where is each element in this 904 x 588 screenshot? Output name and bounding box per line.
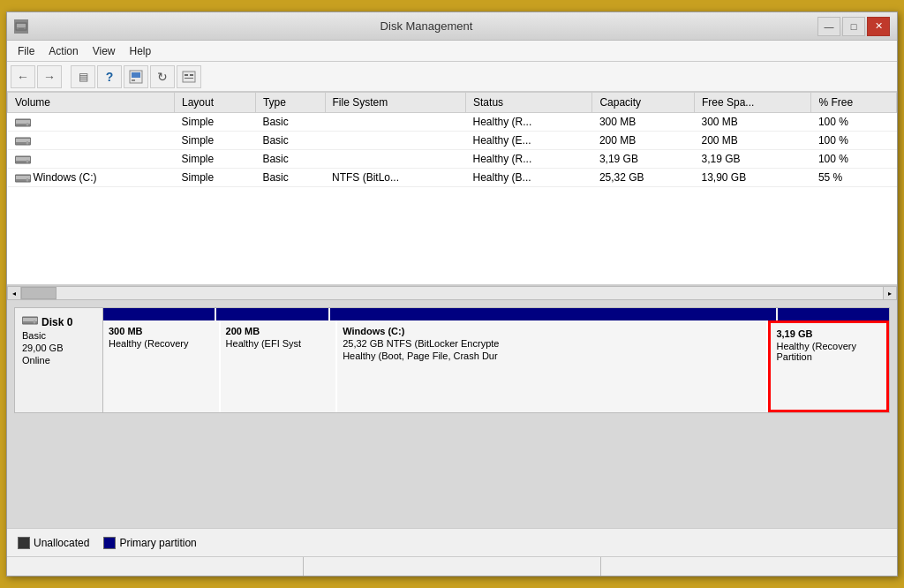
cell-status: Healthy (R... (466, 113, 592, 132)
partition-2[interactable]: 200 MB Healthy (EFI Syst (221, 320, 338, 412)
properties-button[interactable] (124, 65, 148, 88)
cell-type: Basic (255, 169, 325, 187)
partition-header-2 (216, 308, 328, 320)
legend-primary-box (103, 537, 116, 549)
cell-layout: Simple (174, 113, 255, 132)
svg-rect-8 (190, 74, 193, 76)
cell-type: Basic (255, 113, 325, 132)
disk-row: Disk 0 Basic 29,00 GB Online (14, 307, 890, 413)
legend-unallocated-box (18, 537, 30, 549)
cell-volume: Windows (C:) (8, 169, 175, 187)
status-section-2 (304, 557, 600, 576)
menu-file[interactable]: File (11, 43, 41, 59)
menu-action[interactable]: Action (41, 43, 85, 59)
help-button[interactable]: ? (97, 65, 122, 88)
partition-3-name: Windows (C:) (343, 326, 761, 336)
partition-header-row (103, 308, 889, 320)
cell-volume (8, 150, 175, 169)
cell-filesystem (325, 132, 466, 150)
svg-rect-9 (185, 78, 193, 79)
partition-3-label: Healthy (Boot, Page File, Crash Dur (343, 351, 761, 361)
status-section-1 (7, 557, 304, 576)
title-bar: Disk Management — □ ✕ (7, 12, 897, 41)
col-freespace[interactable]: Free Spa... (695, 93, 811, 113)
table-row[interactable]: Simple Basic Healthy (R... 3,19 GB 3,19 … (8, 150, 897, 169)
legend-bar: Unallocated Primary partition (7, 528, 897, 556)
scroll-right-button[interactable]: ▸ (883, 286, 897, 300)
cell-type: Basic (255, 132, 325, 150)
col-filesystem[interactable]: File System (325, 93, 466, 113)
partition-1-size: 300 MB (109, 326, 214, 336)
svg-point-12 (26, 123, 28, 125)
list-view-button[interactable]: ▤ (71, 65, 95, 88)
toolbar: ← → ▤ ? ↻ (7, 62, 897, 92)
col-type[interactable]: Type (255, 93, 325, 113)
table-row[interactable]: Simple Basic Healthy (R... 300 MB 300 MB… (8, 113, 897, 132)
cell-filesystem: NTFS (BitLo... (325, 169, 466, 187)
scroll-thumb[interactable] (21, 287, 56, 299)
cell-capacity: 200 MB (592, 132, 695, 150)
partition-1-label: Healthy (Recovery (109, 338, 214, 349)
cell-freespace: 300 MB (695, 113, 811, 132)
disk-table-area[interactable]: Volume Layout Type File System Status Ca… (7, 92, 897, 286)
status-section-3 (601, 557, 897, 576)
partition-2-size: 200 MB (226, 326, 331, 336)
cell-percentfree: 55 % (811, 169, 897, 187)
partition-4[interactable]: 3,19 GB Healthy (Recovery Partition (768, 320, 889, 412)
col-layout[interactable]: Layout (174, 93, 255, 113)
svg-point-18 (26, 160, 28, 162)
svg-point-24 (34, 321, 36, 324)
disk-size: 29,00 GB (22, 343, 95, 353)
col-percentfree[interactable]: % Free (811, 93, 897, 113)
partition-4-label: Healthy (Recovery Partition (776, 341, 881, 362)
disk-name: Disk 0 (41, 316, 72, 328)
svg-rect-7 (185, 74, 188, 76)
content-area: Volume Layout Type File System Status Ca… (7, 92, 897, 556)
maximize-button[interactable]: □ (842, 17, 865, 36)
cell-volume (8, 113, 175, 132)
table-row[interactable]: Windows (C:) Simple Basic NTFS (BitLo...… (8, 169, 897, 187)
svg-rect-2 (19, 28, 24, 29)
cell-percentfree: 100 % (811, 150, 897, 169)
cell-percentfree: 100 % (811, 113, 897, 132)
col-capacity[interactable]: Capacity (592, 93, 695, 113)
disk-type: Basic (22, 330, 95, 341)
minimize-button[interactable]: — (817, 17, 840, 36)
svg-rect-5 (132, 79, 135, 81)
cell-status: Healthy (E... (466, 132, 592, 150)
legend-unallocated: Unallocated (18, 537, 89, 549)
cell-capacity: 25,32 GB (592, 169, 695, 187)
partition-1[interactable]: 300 MB Healthy (Recovery (103, 320, 221, 412)
cell-filesystem (325, 113, 466, 132)
cell-layout: Simple (174, 150, 255, 169)
legend-unallocated-label: Unallocated (34, 537, 89, 549)
partition-4-size: 3,19 GB (776, 328, 881, 339)
refresh-button[interactable]: ↻ (150, 65, 175, 88)
table-row[interactable]: Simple Basic Healthy (E... 200 MB 200 MB… (8, 132, 897, 150)
cell-capacity: 3,19 GB (592, 150, 695, 169)
col-status[interactable]: Status (466, 93, 592, 113)
disk-partitions: 300 MB Healthy (Recovery 200 MB Healthy … (103, 308, 889, 412)
settings-button[interactable] (177, 65, 201, 88)
close-button[interactable]: ✕ (867, 17, 890, 36)
back-button[interactable]: ← (11, 65, 35, 88)
svg-point-15 (26, 141, 28, 144)
scroll-track[interactable] (21, 287, 883, 299)
svg-rect-4 (132, 72, 140, 78)
menu-help[interactable]: Help (123, 43, 159, 59)
col-volume[interactable]: Volume (8, 93, 175, 113)
partition-3[interactable]: Windows (C:) 25,32 GB NTFS (BitLocker En… (337, 320, 768, 412)
cell-capacity: 300 MB (592, 113, 695, 132)
horizontal-scrollbar[interactable]: ◂ ▸ (7, 286, 897, 300)
cell-percentfree: 100 % (811, 132, 897, 150)
menu-view[interactable]: View (86, 43, 123, 59)
legend-primary: Primary partition (103, 537, 196, 549)
forward-button[interactable]: → (37, 65, 62, 88)
scroll-left-button[interactable]: ◂ (7, 286, 21, 300)
cell-freespace: 3,19 GB (695, 150, 811, 169)
disk-table: Volume Layout Type File System Status Ca… (7, 92, 897, 187)
partition-3-size: 25,32 GB NTFS (BitLocker Encrypte (343, 338, 761, 349)
cell-filesystem (325, 150, 466, 169)
svg-rect-6 (183, 72, 195, 82)
partition-header-3 (330, 308, 776, 320)
